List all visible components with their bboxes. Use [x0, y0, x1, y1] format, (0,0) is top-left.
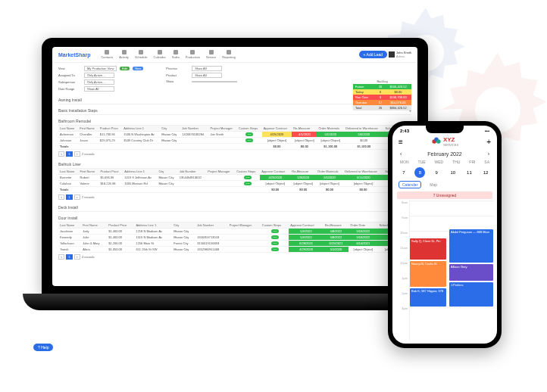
- date-11[interactable]: 11: [464, 167, 474, 178]
- calendar-event[interactable]: Sally Q, Client Dr, Pin: [410, 238, 446, 260]
- table-row[interactable]: KennedyJulie$1,460.001519 N Madison AvMa…: [58, 235, 411, 241]
- desktop-app: MarketSharp ContactsActivityScheduleCale…: [52, 47, 417, 286]
- calendar-event[interactable]: Nancy#8, Crafts St: [410, 261, 446, 287]
- product-select[interactable]: Show All: [192, 73, 222, 78]
- date-10[interactable]: 10: [448, 167, 458, 178]
- assigned-label: Assigned To: [58, 73, 81, 77]
- table-row[interactable]: JacobsonJody$1,460.001218 N Madison AvMa…: [58, 229, 411, 235]
- calendar-event[interactable]: J.Perkins: [449, 282, 493, 306]
- laptop-mockup: MarketSharp ContactsActivityScheduleCale…: [23, 38, 447, 356]
- daterange-select[interactable]: Show All: [84, 86, 114, 92]
- show-select[interactable]: [192, 81, 237, 82]
- table-row[interactable]: TollacksonJohn & Mary$1,266.001256 Main …: [58, 241, 411, 247]
- app-header: MarketSharp ContactsActivityScheduleCale…: [52, 47, 417, 63]
- tab-calendar[interactable]: Calendar: [399, 181, 421, 188]
- assigned-select[interactable]: Only Active…: [84, 73, 114, 78]
- process-label: Process: [166, 67, 189, 70]
- view-label: View: [58, 67, 81, 70]
- pager-count: 2 records: [82, 152, 95, 156]
- backlog-row: Overdue17$14,076.00: [353, 100, 411, 105]
- date-12[interactable]: 12: [480, 167, 491, 178]
- month-picker[interactable]: ‹ February 2022 ›: [392, 150, 497, 158]
- salesperson-select[interactable]: Only Active…: [84, 79, 114, 85]
- section-bathroom[interactable]: Bathroom Remodel: [58, 117, 411, 126]
- backlog-row: Future26$166,426.52: [353, 84, 411, 89]
- pager-page[interactable]: 1: [66, 151, 72, 157]
- process-select[interactable]: Show All: [192, 66, 222, 71]
- pager-prev[interactable]: <: [58, 151, 64, 157]
- bathtub-table: Last NameFirst NameProduct PriceAddress …: [58, 169, 411, 193]
- nav-production[interactable]: Production: [183, 50, 203, 59]
- user-menu[interactable]: John SmithAdmin: [389, 51, 411, 58]
- product-label: Product: [166, 73, 189, 77]
- brand-logo: MarketSharp: [58, 52, 90, 58]
- unassigned-banner[interactable]: 7 Unassigned: [397, 191, 492, 199]
- nav-calendar[interactable]: Calendar: [151, 50, 169, 59]
- phone-mockup: 2:43••• ≡ XYZSERVICES + ‹ February 2022 …: [388, 121, 502, 348]
- plus-icon[interactable]: +: [486, 138, 491, 146]
- backlog-row: Today0$0.00: [353, 89, 411, 95]
- view-select[interactable]: My Production View: [84, 66, 117, 71]
- nav-reporting[interactable]: Reporting: [219, 50, 238, 59]
- salesperson-label: Salesperson: [58, 80, 81, 84]
- bathroom-table: Last NameFirst NameProduct PriceAddress …: [58, 126, 411, 150]
- backlog-row: Total26$304,426.52: [353, 105, 411, 110]
- pager-next[interactable]: >: [74, 151, 80, 157]
- chevron-left-icon[interactable]: ‹: [400, 151, 402, 157]
- pager: < 1 > 2 records: [58, 150, 411, 158]
- backlog-widget: Backlog Future26$166,426.52Today0$0.00Ru…: [353, 79, 411, 110]
- new-view-button[interactable]: New: [133, 67, 143, 70]
- nav-activity[interactable]: Activity: [116, 50, 132, 59]
- avatar: [389, 51, 395, 58]
- table-row[interactable]: BurnetteRobert$5,696.391419 S Jefferson …: [58, 175, 411, 181]
- show-label: Show: [166, 79, 189, 83]
- calendar-grid[interactable]: Sally Q, Client Dr, PinNancy#8, Crafts S…: [409, 201, 494, 341]
- add-lead-button[interactable]: + Add Lead: [359, 51, 387, 58]
- table-row[interactable]: AckermanChandler$11,700.961506 N Washing…: [58, 132, 411, 138]
- table-row[interactable]: TweakAlicia$1,350.00611 26th St SWMason …: [58, 247, 411, 253]
- table-row[interactable]: JohnsonJason$29,375.293539 Country Club …: [58, 138, 411, 144]
- calendar-event[interactable]: Allison Grey: [449, 264, 493, 281]
- calendar-event[interactable]: Bob K, 587 Hiigate, 978: [410, 288, 446, 306]
- nav-contacts[interactable]: Contacts: [98, 50, 116, 59]
- section-deck[interactable]: Deck Install+: [58, 204, 411, 212]
- backlog-title: Backlog: [353, 79, 411, 83]
- phone-logo: XYZSERVICES: [431, 136, 458, 147]
- date-8[interactable]: 8: [414, 167, 425, 178]
- daterange-label: Date Range: [58, 87, 81, 91]
- table-row[interactable]: CalahanValerie$18,226.981005 Manson RdMa…: [58, 181, 411, 187]
- svg-point-2: [436, 139, 441, 144]
- chevron-right-icon[interactable]: ›: [488, 151, 489, 157]
- edit-view-button[interactable]: Edit: [120, 67, 130, 70]
- filter-bar: View My Production View Edit New Assigne…: [52, 63, 417, 95]
- date-7[interactable]: 7: [399, 167, 409, 178]
- nav-sales[interactable]: Sales: [169, 50, 183, 59]
- backlog-row: Run Over0$190,700.00: [353, 95, 411, 100]
- calendar-event[interactable]: Abdul Ferguson — 868 Main: [449, 229, 493, 263]
- door-table: Last NameFirst NameProduct PriceAddress …: [58, 222, 411, 253]
- date-9[interactable]: 9: [431, 167, 442, 178]
- nav-service[interactable]: Service: [203, 50, 219, 59]
- nav-schedule[interactable]: Schedule: [132, 50, 151, 59]
- tab-map[interactable]: Map: [426, 181, 441, 188]
- section-door[interactable]: Door Install: [58, 214, 411, 222]
- section-bathtub[interactable]: Bathtub Liner: [58, 160, 411, 169]
- menu-icon[interactable]: ≡: [399, 138, 403, 146]
